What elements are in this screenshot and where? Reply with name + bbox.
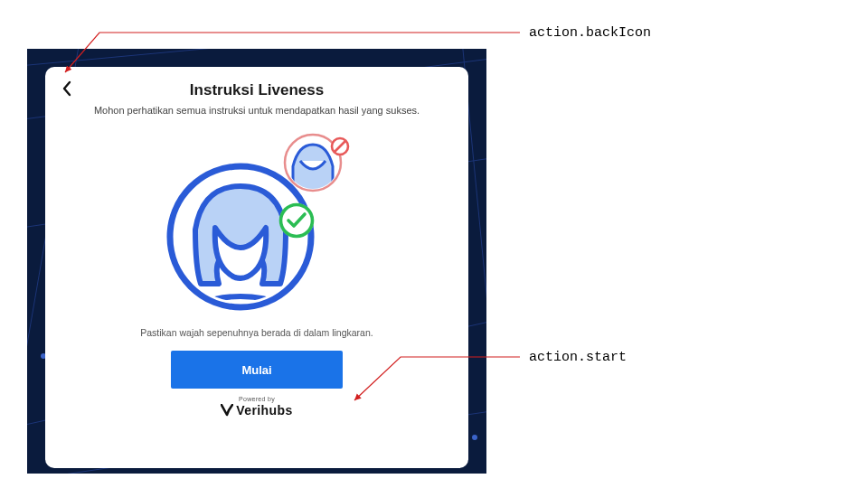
annotation-start: action.start	[529, 350, 627, 365]
chevron-left-icon	[61, 80, 73, 97]
svg-point-10	[472, 435, 477, 440]
back-button[interactable]	[56, 78, 78, 99]
liveness-card: Instruksi Liveness Mohon perhatikan semu…	[45, 67, 468, 468]
face-illustration	[148, 128, 365, 318]
annotation-back: action.backIcon	[529, 25, 651, 41]
svg-line-0	[27, 49, 486, 67]
start-button[interactable]: Mulai	[171, 351, 343, 389]
brand-logo: Verihubs	[221, 403, 292, 418]
check-icon	[279, 203, 314, 238]
instruction-hint: Pastikan wajah sepenuhnya berada di dala…	[140, 327, 373, 338]
brand-name: Verihubs	[236, 403, 292, 418]
verihubs-mark-icon	[221, 404, 233, 417]
card-subtitle: Mohon perhatikan semua instruksi untuk m…	[94, 105, 420, 116]
no-entry-icon	[331, 137, 349, 155]
powered-by: Powered by Verihubs	[221, 396, 292, 420]
powered-by-label: Powered by	[221, 396, 292, 402]
stage-background: Instruksi Liveness Mohon perhatikan semu…	[27, 49, 486, 474]
card-title: Instruksi Liveness	[190, 81, 324, 99]
